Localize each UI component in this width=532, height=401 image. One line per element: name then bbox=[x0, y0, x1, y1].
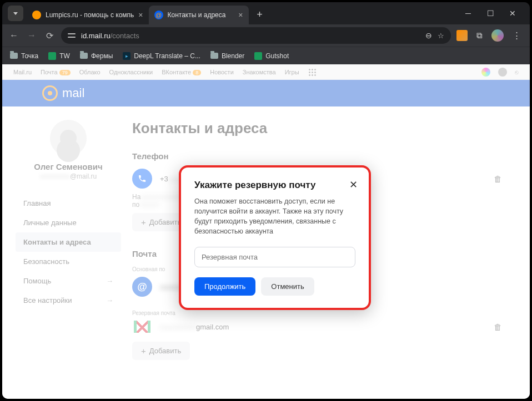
close-window-button[interactable]: ✕ bbox=[509, 9, 516, 17]
tab-lumpics[interactable]: Lumpics.ru - помощь с компь × bbox=[27, 6, 149, 24]
modal-title: Укажите резервную почту bbox=[194, 180, 355, 191]
bookmark-tochka[interactable]: Точка bbox=[10, 52, 38, 60]
tab-search-button[interactable] bbox=[8, 6, 23, 21]
window-controls: ─ ☐ ✕ bbox=[464, 2, 526, 24]
folder-icon bbox=[210, 53, 218, 59]
bookmark-tw[interactable]: TW bbox=[48, 52, 70, 60]
window-frame: Lumpics.ru - помощь с компь × @ Контакты… bbox=[0, 0, 532, 401]
tab-title: Контакты и адреса bbox=[168, 11, 234, 19]
cancel-button[interactable]: Отменить bbox=[261, 277, 314, 296]
address-bar[interactable]: id.mail.ru/contacts ⊖ ☆ bbox=[61, 27, 451, 44]
bookmark-blender[interactable]: Blender bbox=[210, 52, 244, 60]
tab-strip: Lumpics.ru - помощь с компь × @ Контакты… bbox=[2, 2, 530, 24]
bookmark-deepl[interactable]: ▸DeepL Translate – С... bbox=[123, 52, 200, 60]
close-icon[interactable]: × bbox=[138, 11, 143, 19]
site-settings-icon[interactable] bbox=[68, 32, 76, 39]
reserve-email-modal: Укажите резервную почту ✕ Она поможет во… bbox=[181, 167, 369, 308]
folder-icon bbox=[10, 53, 18, 59]
tab-title: Lumpics.ru - помощь с компь bbox=[46, 11, 134, 19]
reserve-email-input[interactable] bbox=[194, 247, 355, 267]
bookmarks-bar: Точка TW Фермы ▸DeepL Translate – С... B… bbox=[2, 47, 530, 64]
sheets-icon bbox=[254, 52, 262, 60]
minimize-button[interactable]: ─ bbox=[464, 9, 472, 17]
close-icon[interactable]: × bbox=[238, 11, 243, 19]
profile-avatar-icon[interactable] bbox=[491, 29, 504, 42]
chevron-down-icon bbox=[13, 12, 18, 15]
bookmark-star-icon[interactable]: ☆ bbox=[438, 32, 444, 40]
folder-icon bbox=[80, 53, 88, 59]
modal-description: Она поможет восстановить доступ, если не… bbox=[194, 196, 355, 237]
new-tab-button[interactable]: + bbox=[252, 7, 268, 22]
lumpics-favicon-icon bbox=[32, 11, 41, 19]
mailru-favicon-icon: @ bbox=[154, 11, 163, 19]
sheets-icon bbox=[48, 52, 56, 60]
maximize-button[interactable]: ☐ bbox=[486, 9, 494, 17]
menu-icon[interactable]: ⋮ bbox=[513, 31, 521, 40]
tab-contacts[interactable]: @ Контакты и адреса × bbox=[149, 6, 249, 24]
back-button[interactable]: ← bbox=[8, 31, 20, 40]
bookmark-gutshot[interactable]: Gutshot bbox=[254, 52, 289, 60]
continue-button[interactable]: Продолжить bbox=[194, 277, 255, 296]
modal-highlight-frame: Укажите резервную почту ✕ Она поможет во… bbox=[179, 165, 371, 310]
zoom-icon[interactable]: ⊖ bbox=[425, 31, 432, 40]
extensions-icon[interactable]: ⧉ bbox=[476, 31, 483, 40]
browser-toolbar: ← → ⟳ id.mail.ru/contacts ⊖ ☆ ⧉ ⋮ bbox=[2, 24, 530, 47]
forward-button[interactable]: → bbox=[26, 31, 38, 40]
url-text: id.mail.ru/contacts bbox=[81, 32, 420, 40]
deepl-icon: ▸ bbox=[123, 52, 131, 60]
reload-button[interactable]: ⟳ bbox=[43, 31, 56, 41]
extension-fox-icon[interactable] bbox=[456, 30, 468, 41]
modal-close-button[interactable]: ✕ bbox=[349, 179, 358, 191]
bookmark-fermy[interactable]: Фермы bbox=[80, 52, 113, 60]
toolbar-actions: ⧉ ⋮ bbox=[456, 29, 524, 42]
